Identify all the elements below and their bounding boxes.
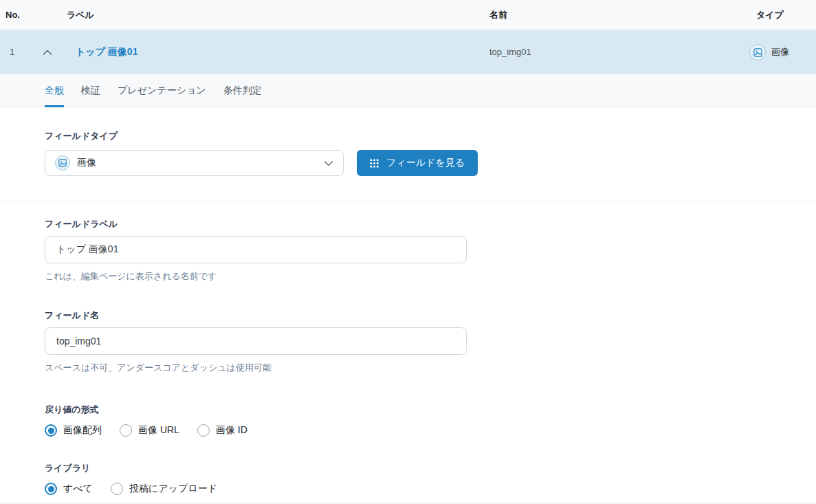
radio-icon[interactable] <box>111 483 123 495</box>
column-header-type: タイプ <box>756 0 784 30</box>
section-divider <box>0 201 816 201</box>
field-name-input[interactable] <box>45 327 467 355</box>
library-section: ライブラリ すべて 投稿にアップロード メディアライブラリの選択肢を制限 <box>45 463 816 504</box>
field-type-badge: 画像 <box>749 44 789 61</box>
field-type-label: フィールドタイプ <box>45 131 816 142</box>
browse-fields-button[interactable]: フィールドを見る <box>357 150 478 176</box>
return-format-label: 戻り値の形式 <box>45 404 816 415</box>
field-type-selected-value: 画像 <box>77 157 96 169</box>
tab-general[interactable]: 全般 <box>45 74 64 107</box>
radio-option-all[interactable]: すべて <box>45 483 93 495</box>
column-header-label: ラベル <box>67 0 94 30</box>
field-type-section: フィールドタイプ 画像 フィールドを見る <box>45 131 816 176</box>
field-type-badge-label: 画像 <box>771 46 789 58</box>
radio-icon[interactable] <box>45 483 57 495</box>
radio-option-label: 画像 ID <box>216 424 247 437</box>
return-format-section: 戻り値の形式 画像配列 画像 URL 画像 ID <box>45 404 816 437</box>
field-row[interactable]: 1 トップ 画像01 top_img01 画像 <box>0 30 816 74</box>
radio-icon[interactable] <box>45 424 57 437</box>
field-settings-screen: No. ラベル 名前 タイプ 1 トップ 画像01 top_img01 画像 全… <box>0 0 816 504</box>
tab-presentation[interactable]: プレゼンテーション <box>118 74 206 107</box>
radio-option-image-id[interactable]: 画像 ID <box>197 424 247 437</box>
radio-option-image-array[interactable]: 画像配列 <box>45 424 102 437</box>
field-name-section: フィールド名 スペースは不可、アンダースコアとダッシュは使用可能 <box>45 310 816 374</box>
field-label-label: フィールドラベル <box>45 219 816 230</box>
chevron-down-icon <box>324 160 333 166</box>
field-type-select[interactable]: 画像 <box>45 150 344 176</box>
tab-validation[interactable]: 検証 <box>81 74 100 107</box>
browse-fields-button-label: フィールドを見る <box>386 157 465 169</box>
field-label-link[interactable]: トップ 画像01 <box>76 46 137 58</box>
column-header-no: No. <box>5 0 20 30</box>
radio-icon[interactable] <box>197 424 210 437</box>
field-name-label: フィールド名 <box>45 310 816 321</box>
field-name-value: top_img01 <box>489 30 531 74</box>
radio-option-image-url[interactable]: 画像 URL <box>120 424 179 437</box>
library-label: ライブラリ <box>45 463 816 474</box>
field-row-number: 1 <box>10 30 14 74</box>
library-radio-group: すべて 投稿にアップロード <box>45 483 816 495</box>
image-icon <box>749 44 766 61</box>
radio-option-label: 投稿にアップロード <box>129 483 217 495</box>
field-label-section: フィールドラベル これは、編集ページに表示される名前です <box>45 219 816 283</box>
table-header: No. ラベル 名前 タイプ <box>0 0 816 30</box>
tab-conditional-logic[interactable]: 条件判定 <box>223 74 262 107</box>
settings-tabs: 全般 検証 プレゼンテーション 条件判定 <box>0 74 816 107</box>
return-format-radio-group: 画像配列 画像 URL 画像 ID <box>45 424 816 437</box>
general-settings-panel: フィールドタイプ 画像 フィールドを見る <box>0 107 816 504</box>
radio-icon[interactable] <box>120 424 132 437</box>
column-header-name: 名前 <box>489 0 507 30</box>
radio-option-uploaded-to-post[interactable]: 投稿にアップロード <box>111 483 217 495</box>
field-name-help-text: スペースは不可、アンダースコアとダッシュは使用可能 <box>45 362 816 374</box>
image-icon <box>55 155 70 171</box>
field-label-input[interactable] <box>45 236 467 263</box>
radio-option-label: すべて <box>63 483 93 495</box>
grid-icon <box>370 159 379 168</box>
radio-option-label: 画像配列 <box>63 424 102 437</box>
field-label-help-text: これは、編集ページに表示される名前です <box>45 270 816 283</box>
radio-option-label: 画像 URL <box>138 424 179 437</box>
chevron-up-icon[interactable] <box>40 45 55 60</box>
